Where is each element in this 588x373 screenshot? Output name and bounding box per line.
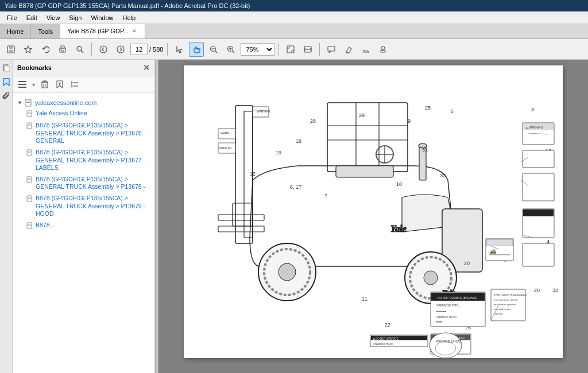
svg-text:20: 20: [464, 261, 470, 266]
separator-4: [319, 43, 320, 56]
svg-text:■ DO NOT OPERATE: ■ DO NOT OPERATE: [373, 337, 399, 340]
svg-rect-20: [287, 46, 294, 53]
root-link[interactable]: yaleaxcessonline.com: [35, 99, 97, 106]
child-icon-2: [26, 149, 33, 157]
tab-close-button[interactable]: ✕: [131, 28, 138, 34]
svg-text:29: 29: [359, 112, 365, 118]
document-viewer[interactable]: Yale Yale WARNIN: [158, 60, 588, 373]
main-area: Bookmarks ✕ ▾: [0, 60, 588, 373]
bookmarks-icon[interactable]: [1, 77, 11, 87]
page-content: Yale Yale WARNIN: [184, 65, 563, 358]
tab-home[interactable]: Home: [0, 24, 31, 38]
svg-text:to be used only with the: to be used only with the: [494, 298, 519, 301]
bookmark-doc-icon: [25, 99, 33, 107]
child-icon-0: [26, 110, 33, 118]
sidebar-header: Bookmarks ✕: [13, 60, 154, 76]
menu-view[interactable]: View: [42, 13, 65, 22]
svg-line-15: [215, 50, 218, 53]
svg-point-26: [381, 46, 385, 50]
list-item[interactable]: B878 (GP/GDP/GLP135/155CA) > GENERAL TRU…: [26, 120, 150, 147]
page-navigation: / 580: [130, 44, 163, 55]
child-link-2[interactable]: B878 (GP/GDP/GLP135/155CA) > GENERAL TRU…: [36, 149, 150, 172]
prev-page-button[interactable]: [96, 42, 111, 57]
total-pages: 580: [153, 46, 163, 53]
next-page-button[interactable]: [113, 42, 128, 57]
svg-point-156: [430, 333, 462, 358]
list-item[interactable]: B878...: [26, 220, 150, 232]
list-item[interactable]: Yale Axcess Online: [26, 108, 150, 120]
sidebar-new-button[interactable]: [53, 79, 66, 90]
select-tool-button[interactable]: [172, 42, 187, 57]
stamp-button[interactable]: [376, 42, 390, 57]
sidebar: Bookmarks ✕ ▾: [13, 60, 155, 373]
svg-text:19: 19: [276, 150, 281, 156]
svg-text:Yale: Yale: [390, 224, 407, 234]
child-link-3[interactable]: B878 (GP/GDP/GLP135/155CA) > GENERAL TRU…: [36, 176, 150, 191]
attachment-icon[interactable]: [1, 91, 11, 101]
title-bar: Yale B878 (GP GDP GLP135 155CA) Parts Ma…: [0, 0, 588, 11]
svg-text:OPERATING TIPS...: OPERATING TIPS...: [436, 304, 460, 307]
svg-text:▲ WARNING: ▲ WARNING: [525, 126, 543, 129]
save-button[interactable]: [3, 42, 18, 57]
zoom-selector[interactable]: 75% 50% 100% 125% 150%: [241, 43, 274, 56]
svg-marker-3: [25, 46, 32, 53]
list-item[interactable]: B878 (GP/GDP/GLP135/155CA) > GENERAL TRU…: [26, 147, 150, 174]
signature-button[interactable]: [358, 42, 373, 57]
svg-rect-152: [486, 239, 513, 246]
svg-text:25: 25: [425, 105, 431, 111]
print-button[interactable]: [55, 42, 70, 57]
svg-text:22: 22: [385, 322, 390, 328]
svg-text:STANDING TRUCK: STANDING TRUCK: [373, 343, 394, 345]
child-link-0[interactable]: Yale Axcess Online: [36, 110, 87, 118]
sidebar-title: Bookmarks: [17, 64, 52, 71]
forklift-diagram: Yale Yale WARNIN: [184, 65, 563, 358]
tab-tools[interactable]: Tools: [31, 24, 60, 38]
fit-width-button[interactable]: [300, 42, 315, 57]
svg-text:7: 7: [324, 193, 327, 199]
svg-text:30: 30: [440, 173, 446, 178]
menu-sign[interactable]: Sign: [64, 13, 86, 22]
hand-tool-button[interactable]: [189, 42, 204, 57]
page-number-input[interactable]: [130, 44, 148, 55]
svg-point-11: [100, 46, 107, 53]
menu-window[interactable]: Window: [86, 13, 118, 22]
svg-text:■ ■ ■: ■ ■ ■: [436, 320, 442, 323]
comment-button[interactable]: [324, 42, 339, 57]
svg-rect-129: [523, 173, 554, 201]
zoom-in-button[interactable]: [223, 42, 238, 57]
svg-line-19: [233, 50, 235, 53]
bookmark-button[interactable]: [21, 42, 36, 57]
svg-text:9: 9: [408, 118, 411, 124]
back-button[interactable]: [38, 42, 53, 57]
sidebar-options-button[interactable]: [16, 79, 29, 90]
list-item[interactable]: B878 (GP/GDP/GLP135/155CA) > GENERAL TRU…: [26, 174, 150, 193]
child-link-5[interactable]: B878...: [36, 222, 55, 230]
highlight-button[interactable]: [341, 42, 356, 57]
sidebar-expand-button[interactable]: [68, 79, 81, 90]
bookmark-root-item[interactable]: ▼ yaleaxcessonline.com: [17, 98, 150, 108]
svg-rect-35: [42, 82, 48, 88]
sidebar-tools: ▾: [13, 76, 154, 93]
svg-point-7: [60, 49, 61, 50]
fit-page-button[interactable]: [283, 42, 298, 57]
child-link-4[interactable]: B878 (GP/GDP/GLP135/155CA) > GENERAL TRU…: [36, 195, 150, 218]
menu-help[interactable]: Help: [118, 13, 141, 22]
svg-rect-23: [328, 46, 335, 51]
svg-rect-128: [523, 150, 554, 168]
tab-document[interactable]: Yale B878 (GP GDP... ✕: [60, 24, 145, 38]
svg-rect-132: [523, 243, 554, 266]
svg-text:THIS TRUCK IS DESIGNED: THIS TRUCK IS DESIGNED: [494, 294, 527, 297]
svg-text:28: 28: [310, 118, 316, 124]
pages-icon[interactable]: [1, 63, 11, 73]
svg-rect-131: [523, 209, 554, 216]
left-panel: [0, 60, 13, 373]
child-link-1[interactable]: B878 (GP/GDP/GLP135/155CA) > GENERAL TRU…: [36, 122, 150, 145]
menu-edit[interactable]: Edit: [22, 13, 42, 22]
sidebar-close-button[interactable]: ✕: [143, 63, 150, 72]
svg-text:11: 11: [362, 296, 368, 302]
sidebar-delete-button[interactable]: [38, 79, 51, 90]
find-button[interactable]: [72, 42, 87, 57]
menu-file[interactable]: File: [2, 13, 22, 22]
list-item[interactable]: B878 (GP/GDP/GLP135/155CA) > GENERAL TRU…: [26, 193, 150, 220]
zoom-out-button[interactable]: [206, 42, 221, 57]
